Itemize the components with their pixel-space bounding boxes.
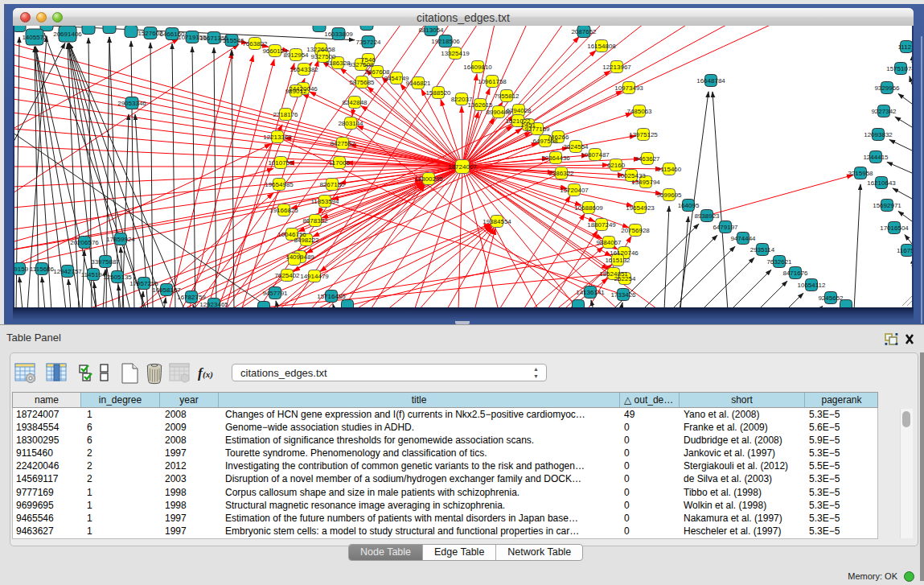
svg-text:8938923: 8938923 bbox=[694, 212, 720, 220]
svg-text:2718176: 2718176 bbox=[273, 111, 298, 118]
svg-text:9463627: 9463627 bbox=[634, 155, 660, 163]
svg-text:1588520: 1588520 bbox=[425, 89, 451, 97]
svg-text:10961758: 10961758 bbox=[478, 78, 507, 85]
svg-text:252254: 252254 bbox=[614, 275, 636, 282]
svg-text:19384554: 19384554 bbox=[483, 218, 511, 225]
svg-text:2803144: 2803144 bbox=[338, 120, 363, 127]
svg-text:13975125: 13975125 bbox=[629, 131, 658, 138]
svg-text:10958107: 10958107 bbox=[152, 286, 181, 294]
svg-text:20691406: 20691406 bbox=[53, 31, 82, 38]
svg-text:13495794: 13495794 bbox=[631, 179, 660, 186]
svg-text:164095: 164095 bbox=[678, 202, 700, 209]
svg-text:20364436: 20364436 bbox=[541, 154, 570, 162]
svg-text:19654923: 19654923 bbox=[626, 204, 655, 212]
svg-text:7546: 7546 bbox=[361, 56, 376, 64]
svg-text:18724007: 18724007 bbox=[448, 163, 477, 171]
svg-text:12923465: 12923465 bbox=[199, 301, 228, 308]
svg-text:16033809: 16033809 bbox=[324, 31, 353, 38]
svg-text:12505135: 12505135 bbox=[103, 274, 132, 281]
svg-text:1145194: 1145194 bbox=[81, 271, 106, 278]
svg-text:16409810: 16409810 bbox=[463, 64, 492, 71]
svg-text:2935114: 2935114 bbox=[750, 246, 775, 253]
svg-text:8267130: 8267130 bbox=[319, 181, 345, 188]
svg-text:62160: 62160 bbox=[607, 162, 626, 169]
svg-text:1615132: 1615132 bbox=[605, 257, 630, 264]
svg-text:16648784: 16648784 bbox=[696, 77, 725, 84]
svg-text:14914479: 14914479 bbox=[300, 273, 329, 280]
svg-text:3624554: 3624554 bbox=[563, 143, 589, 150]
svg-text:12942757: 12942757 bbox=[53, 268, 82, 275]
svg-text:8427552: 8427552 bbox=[330, 140, 355, 147]
svg-text:9457791: 9457791 bbox=[262, 290, 288, 297]
svg-text:8186328: 8186328 bbox=[325, 60, 351, 67]
svg-text:6497508: 6497508 bbox=[532, 138, 558, 145]
svg-text:9329966: 9329966 bbox=[874, 84, 900, 92]
svg-text:8242848: 8242848 bbox=[342, 99, 368, 106]
svg-text:10973493: 10973493 bbox=[614, 84, 643, 92]
svg-text:9777169: 9777169 bbox=[524, 126, 550, 133]
svg-text:10807487: 10807487 bbox=[581, 151, 610, 159]
svg-text:7357224: 7357224 bbox=[355, 39, 381, 46]
svg-text:29053346: 29053346 bbox=[117, 100, 146, 107]
svg-text:14136141: 14136141 bbox=[576, 289, 605, 296]
svg-text:18807249: 18807249 bbox=[587, 221, 616, 229]
svg-text:16154808: 16154808 bbox=[587, 43, 616, 50]
svg-text:989012: 989012 bbox=[285, 88, 307, 95]
svg-text:17016504: 17016504 bbox=[880, 225, 909, 232]
svg-text:1362615: 1362615 bbox=[467, 101, 493, 109]
svg-text:16210643: 16210643 bbox=[867, 179, 896, 187]
svg-text:9884067: 9884067 bbox=[596, 239, 622, 246]
svg-text:8813054: 8813054 bbox=[418, 27, 444, 34]
svg-text:1244415: 1244415 bbox=[863, 154, 889, 161]
svg-text:17359924: 17359924 bbox=[106, 236, 135, 243]
svg-text:15720407: 15720407 bbox=[560, 187, 589, 194]
svg-text:7632621: 7632621 bbox=[766, 258, 792, 266]
svg-text:33975887: 33975887 bbox=[91, 258, 120, 266]
svg-text:19654985: 19654985 bbox=[265, 181, 294, 188]
svg-text:117006: 117006 bbox=[329, 159, 351, 167]
svg-text:10654112: 10654112 bbox=[798, 282, 827, 289]
svg-text:16543382: 16543382 bbox=[290, 66, 318, 73]
svg-text:8498222: 8498222 bbox=[294, 237, 319, 244]
svg-text:13226058: 13226058 bbox=[306, 46, 335, 53]
svg-text:1115686: 1115686 bbox=[30, 266, 55, 273]
svg-text:9146821: 9146821 bbox=[405, 80, 431, 87]
svg-text:1405572: 1405572 bbox=[22, 34, 47, 41]
svg-text:9474444: 9474444 bbox=[730, 235, 756, 242]
svg-text:2087652: 2087652 bbox=[571, 28, 597, 35]
svg-text:19218506: 19218506 bbox=[431, 38, 460, 45]
svg-text:(x): (x) bbox=[203, 369, 213, 380]
svg-text:7515546: 7515546 bbox=[219, 37, 244, 44]
svg-text:2386322: 2386322 bbox=[548, 170, 574, 177]
svg-text:7485063: 7485063 bbox=[626, 108, 652, 115]
svg-text:7663822: 7663822 bbox=[242, 40, 268, 47]
svg-text:11121: 11121 bbox=[897, 43, 912, 51]
svg-text:12213369: 12213369 bbox=[263, 134, 292, 141]
svg-text:9227342: 9227342 bbox=[871, 108, 897, 115]
svg-text:6479197: 6479197 bbox=[713, 224, 738, 231]
svg-text:14099489: 14099489 bbox=[285, 253, 314, 261]
svg-text:15692971: 15692971 bbox=[873, 202, 901, 209]
svg-text:9115460: 9115460 bbox=[657, 166, 682, 173]
svg-text:15716485: 15716485 bbox=[317, 293, 346, 300]
svg-text:19166825: 19166825 bbox=[269, 207, 298, 214]
svg-text:15751074: 15751074 bbox=[886, 65, 912, 72]
svg-text:9699695: 9699695 bbox=[656, 192, 682, 199]
svg-text:8678332: 8678332 bbox=[302, 217, 328, 225]
svg-text:20206576: 20206576 bbox=[70, 239, 99, 246]
svg-text:116753: 116753 bbox=[897, 247, 912, 254]
svg-text:9245652: 9245652 bbox=[818, 295, 844, 302]
svg-text:3215958: 3215958 bbox=[848, 170, 873, 177]
svg-text:20756928: 20756928 bbox=[621, 227, 650, 234]
svg-text:7625402: 7625402 bbox=[274, 272, 300, 279]
svg-text:12093832: 12093832 bbox=[864, 131, 893, 138]
svg-text:8471676: 8471676 bbox=[782, 270, 808, 277]
svg-text:8912954: 8912954 bbox=[283, 51, 309, 59]
svg-text:13325419: 13325419 bbox=[441, 50, 470, 57]
svg-text:7955812: 7955812 bbox=[494, 93, 519, 100]
svg-text:12213967: 12213967 bbox=[602, 64, 631, 71]
svg-text:10688609: 10688609 bbox=[574, 204, 603, 212]
svg-text:39159: 39159 bbox=[14, 266, 29, 273]
svg-text:5875685: 5875685 bbox=[349, 79, 375, 86]
svg-text:16782759: 16782759 bbox=[177, 294, 206, 301]
